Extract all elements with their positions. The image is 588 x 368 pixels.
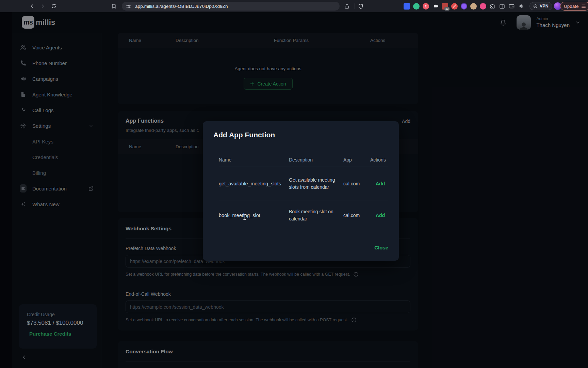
menu-icon: [581, 4, 586, 8]
brave-shield-icon[interactable]: [358, 0, 363, 12]
modal-title: Add App Function: [213, 131, 388, 139]
leo-sparkle-icon[interactable]: [518, 3, 524, 10]
vpn-label: VPN: [540, 4, 549, 9]
add-function-button[interactable]: Add: [370, 181, 388, 186]
column-actions: Actions: [370, 157, 388, 163]
vpn-button[interactable]: VPN: [529, 2, 552, 10]
sidebar-panel-icon[interactable]: [499, 3, 505, 10]
extension-badge-count: 12: [444, 7, 450, 11]
function-description: Book meeting slot on calendar: [289, 208, 343, 223]
column-app: App: [343, 157, 370, 163]
function-app: cal.com: [343, 181, 370, 186]
function-app: cal.com: [343, 213, 370, 218]
reload-icon[interactable]: [51, 3, 56, 9]
extension-blue-shield-icon[interactable]: [404, 3, 410, 10]
table-row: get_available_meeting_slots Get availabl…: [219, 167, 388, 200]
extension-adblock-icon[interactable]: [451, 3, 458, 10]
extension-cloud-icon[interactable]: [432, 3, 439, 10]
extension-face-icon[interactable]: [470, 3, 477, 10]
toolbar-divider: [355, 3, 355, 9]
column-name: Name: [219, 157, 289, 163]
extensions-puzzle-icon[interactable]: [489, 3, 496, 10]
extension-green-icon[interactable]: [413, 3, 420, 10]
bookmark-icon[interactable]: [111, 0, 116, 12]
update-button[interactable]: Update: [560, 2, 588, 11]
address-bar[interactable]: app.millis.ai/agents/-OBIBDJJu70iDp0Xd9Z…: [122, 2, 340, 11]
url-text: app.millis.ai/agents/-OBIBDJJu70iDp0Xd9Z…: [135, 4, 228, 9]
extension-badge-icon[interactable]: 12: [442, 3, 448, 10]
function-description: Get available meeting slots from calenda…: [289, 177, 343, 191]
wallet-icon[interactable]: [508, 3, 515, 10]
browser-toolbar: app.millis.ai/agents/-OBIBDJJu70iDp0Xd9Z…: [0, 0, 588, 12]
add-function-button[interactable]: Add: [370, 213, 388, 218]
modal-table-header: Name Description App Actions: [219, 153, 388, 167]
extension-pink-icon[interactable]: [480, 3, 486, 10]
back-icon[interactable]: [29, 3, 35, 9]
site-settings-icon[interactable]: [126, 4, 131, 9]
update-label: Update: [564, 4, 579, 9]
column-description: Description: [289, 157, 343, 163]
cursor-ibeam: [243, 214, 247, 220]
extension-icons: t 12: [404, 0, 524, 12]
extension-red-t-icon[interactable]: t: [423, 3, 429, 10]
function-name: get_available_meeting_slots: [219, 181, 289, 186]
add-app-function-modal: Add App Function Name Description App Ac…: [203, 121, 399, 261]
extension-purple-icon[interactable]: [461, 3, 467, 10]
function-name: book_meeting_slot: [219, 213, 289, 218]
share-icon[interactable]: [344, 0, 349, 12]
close-button[interactable]: Close: [374, 245, 388, 250]
forward-icon[interactable]: [40, 3, 46, 9]
